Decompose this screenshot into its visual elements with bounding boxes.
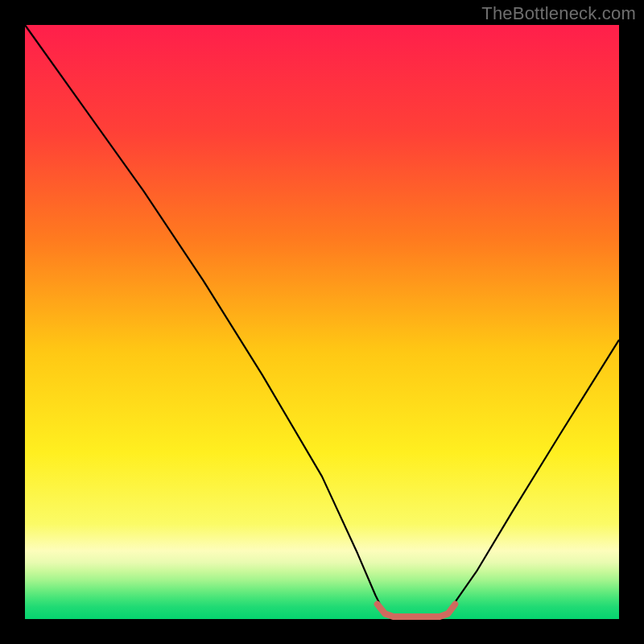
chart-frame: TheBottleneck.com bbox=[0, 0, 644, 644]
chart-background bbox=[25, 25, 619, 619]
bottleneck-chart bbox=[0, 0, 644, 644]
attribution-label: TheBottleneck.com bbox=[481, 3, 636, 24]
